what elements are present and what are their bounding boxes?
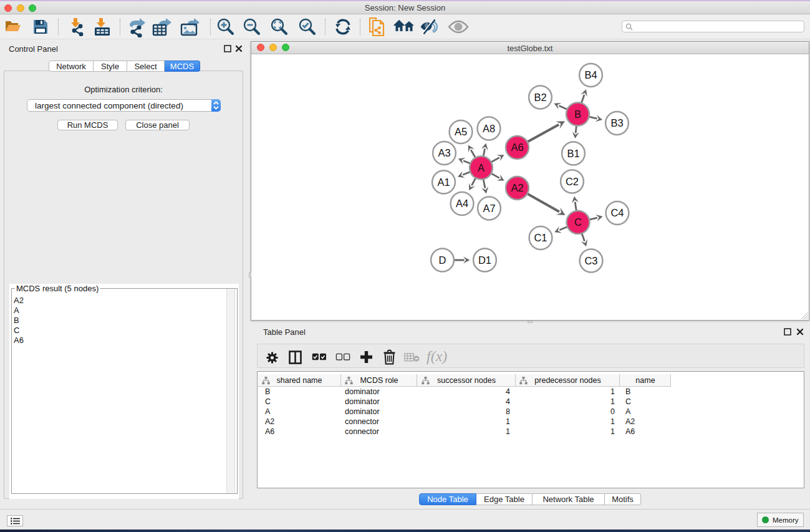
svg-text:A2: A2 bbox=[511, 182, 523, 193]
svg-text:A6: A6 bbox=[511, 142, 523, 153]
svg-text:A5: A5 bbox=[455, 126, 467, 137]
svg-text:A1: A1 bbox=[437, 177, 450, 188]
svg-text:C: C bbox=[574, 216, 582, 228]
svg-text:D: D bbox=[439, 254, 446, 266]
svg-text:B3: B3 bbox=[610, 117, 623, 128]
svg-text:C3: C3 bbox=[584, 255, 597, 266]
svg-text:C2: C2 bbox=[566, 176, 579, 187]
svg-text:C4: C4 bbox=[610, 207, 624, 218]
svg-text:A3: A3 bbox=[438, 147, 450, 158]
svg-text:C1: C1 bbox=[534, 232, 547, 243]
svg-text:D1: D1 bbox=[478, 254, 491, 266]
svg-text:B4: B4 bbox=[584, 69, 597, 80]
svg-text:A4: A4 bbox=[456, 198, 468, 209]
svg-text:B2: B2 bbox=[534, 92, 546, 103]
svg-text:A7: A7 bbox=[483, 203, 495, 214]
svg-text:A8: A8 bbox=[483, 123, 495, 134]
svg-text:B: B bbox=[574, 109, 581, 120]
svg-text:B1: B1 bbox=[567, 148, 579, 159]
svg-text:A: A bbox=[478, 162, 485, 173]
